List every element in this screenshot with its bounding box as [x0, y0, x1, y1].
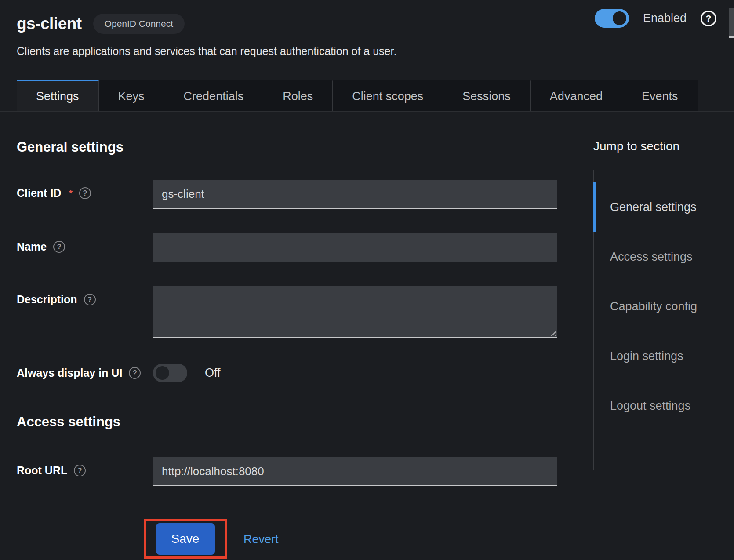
- required-asterisk: *: [69, 188, 73, 199]
- tab-bar: SettingsKeysCredentialsRolesClient scope…: [0, 80, 734, 112]
- toggle-knob: [613, 11, 626, 25]
- page-description: Clients are applications and services th…: [17, 45, 734, 58]
- root-url-help-icon[interactable]: ?: [74, 465, 86, 476]
- settings-form: General settings Client ID * ? Name ?: [17, 112, 557, 486]
- form-actions-footer: Save Revert: [0, 509, 734, 560]
- page-title: gs-client: [17, 15, 82, 33]
- jump-nav-list: General settingsAccess settingsCapabilit…: [593, 170, 734, 470]
- name-label: Name: [17, 240, 47, 253]
- client-protocol-badge: OpenID Connect: [93, 14, 185, 34]
- always-display-state-label: Off: [205, 366, 221, 380]
- tab-roles[interactable]: Roles: [263, 80, 333, 111]
- revert-link[interactable]: Revert: [243, 533, 279, 546]
- content-area: General settings Client ID * ? Name ?: [0, 112, 734, 486]
- header-controls: Enabled ?: [595, 9, 716, 28]
- save-button[interactable]: Save: [156, 523, 215, 555]
- tab-keys[interactable]: Keys: [99, 80, 164, 111]
- name-input[interactable]: [153, 233, 557, 262]
- client-id-row: Client ID * ?: [17, 180, 557, 209]
- jump-to-section-panel: Jump to section General settingsAccess s…: [593, 112, 734, 486]
- toggle-knob: [156, 366, 169, 380]
- description-label: Description: [17, 293, 77, 306]
- name-row: Name ?: [17, 233, 557, 262]
- enabled-toggle-label: Enabled: [643, 11, 687, 25]
- tab-settings[interactable]: Settings: [17, 80, 99, 111]
- client-id-label: Client ID: [17, 187, 61, 200]
- root-url-input[interactable]: [153, 457, 557, 486]
- jump-nav-item-access-settings[interactable]: Access settings: [594, 232, 734, 282]
- client-id-help-icon[interactable]: ?: [79, 187, 91, 199]
- client-settings-page: gs-client OpenID Connect Clients are app…: [0, 0, 734, 560]
- vertical-scrollbar[interactable]: [729, 8, 734, 38]
- name-help-icon[interactable]: ?: [53, 241, 65, 253]
- description-help-icon[interactable]: ?: [84, 294, 96, 305]
- page-header: gs-client OpenID Connect Clients are app…: [0, 0, 734, 58]
- always-display-row: Always display in UI ? Off: [17, 364, 557, 382]
- client-id-input[interactable]: [153, 180, 557, 209]
- root-url-row: Root URL ?: [17, 457, 557, 486]
- tab-client-scopes[interactable]: Client scopes: [333, 80, 443, 111]
- always-display-toggle[interactable]: [153, 364, 187, 382]
- tab-advanced[interactable]: Advanced: [531, 80, 622, 111]
- jump-nav-item-capability-config[interactable]: Capability config: [594, 282, 734, 331]
- description-textarea[interactable]: [153, 286, 557, 338]
- root-url-label: Root URL: [17, 464, 67, 477]
- jump-nav-item-general-settings[interactable]: General settings: [594, 182, 734, 232]
- tab-sessions[interactable]: Sessions: [443, 80, 531, 111]
- annotation-highlight-rectangle: Save: [144, 519, 227, 559]
- section-title-general: General settings: [17, 139, 557, 155]
- jump-nav-item-logout-settings[interactable]: Logout settings: [594, 381, 734, 431]
- always-display-help-icon[interactable]: ?: [129, 367, 141, 379]
- jump-nav-item-login-settings[interactable]: Login settings: [594, 331, 734, 381]
- description-row: Description ?: [17, 286, 557, 338]
- help-icon[interactable]: ?: [701, 11, 716, 26]
- always-display-label: Always display in UI: [17, 367, 122, 379]
- section-title-access: Access settings: [17, 414, 557, 430]
- tab-credentials[interactable]: Credentials: [164, 80, 264, 111]
- tab-events[interactable]: Events: [622, 80, 698, 111]
- jump-to-section-title: Jump to section: [593, 139, 734, 153]
- enabled-toggle[interactable]: [595, 9, 629, 28]
